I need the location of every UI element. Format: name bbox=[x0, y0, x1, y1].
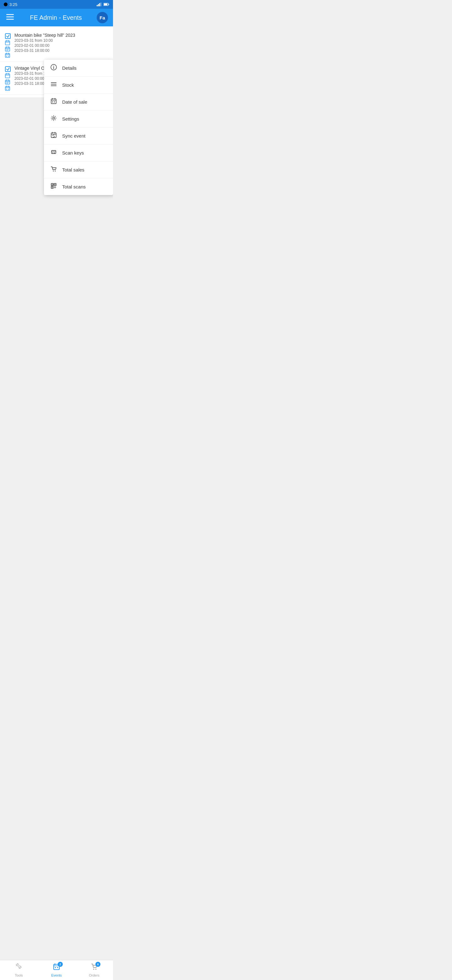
svg-point-25 bbox=[6, 56, 7, 57]
menu-item-total-sales[interactable]: Total sales bbox=[44, 161, 113, 178]
event-title-1: Mountain bike "Steep hill" 2023 bbox=[14, 33, 108, 38]
menu-item-scan-keys[interactable]: Scan keys bbox=[44, 145, 113, 161]
svg-rect-6 bbox=[104, 3, 107, 5]
svg-point-63 bbox=[52, 152, 53, 153]
menu-item-total-scans[interactable]: Total scans bbox=[44, 178, 113, 195]
menu-label-sync-event: Sync event bbox=[62, 133, 86, 138]
svg-rect-8 bbox=[6, 17, 14, 18]
status-dot bbox=[4, 3, 8, 6]
signal-icon bbox=[97, 3, 102, 6]
menu-label-details: Details bbox=[62, 65, 76, 71]
status-time: 3:25 bbox=[10, 2, 17, 7]
hamburger-icon[interactable] bbox=[5, 12, 15, 23]
svg-point-65 bbox=[55, 170, 56, 172]
svg-rect-70 bbox=[55, 184, 56, 185]
svg-rect-5 bbox=[109, 4, 109, 5]
svg-rect-0 bbox=[97, 5, 98, 6]
context-menu: Details Stock Date of sale bbox=[44, 60, 113, 195]
svg-rect-54 bbox=[52, 102, 53, 102]
svg-rect-71 bbox=[52, 187, 53, 188]
svg-rect-55 bbox=[54, 102, 55, 102]
event-arrow-icon-1 bbox=[5, 33, 11, 39]
event-cal-icon-2b bbox=[5, 86, 10, 91]
menu-label-settings: Settings bbox=[62, 116, 79, 122]
menu-label-total-sales: Total sales bbox=[62, 167, 84, 172]
scan-keys-icon bbox=[50, 149, 57, 157]
svg-rect-21 bbox=[5, 53, 10, 57]
svg-rect-10 bbox=[5, 33, 10, 39]
menu-item-stock[interactable]: Stock bbox=[44, 76, 113, 94]
svg-point-56 bbox=[53, 117, 55, 119]
svg-rect-28 bbox=[5, 74, 10, 78]
svg-rect-7 bbox=[6, 14, 14, 15]
event-date-1a: 2023-03-31 from 10:00 bbox=[14, 38, 108, 43]
total-scans-icon bbox=[50, 183, 57, 191]
avatar[interactable]: Fa bbox=[97, 12, 108, 23]
event-item-1[interactable]: Mountain bike "Steep hill" 2023 2023-03-… bbox=[0, 29, 113, 62]
event-cal-icon-1b bbox=[5, 53, 10, 58]
menu-label-total-scans: Total scans bbox=[62, 184, 86, 189]
event-list-icon-1 bbox=[5, 46, 10, 51]
svg-rect-3 bbox=[100, 3, 102, 6]
svg-point-43 bbox=[8, 89, 9, 90]
svg-rect-50 bbox=[51, 99, 56, 103]
event-cal-icon-2a bbox=[5, 73, 10, 78]
status-bar: 3:25 bbox=[0, 0, 113, 9]
menu-item-details[interactable]: Details bbox=[44, 60, 113, 76]
svg-rect-27 bbox=[5, 67, 10, 72]
total-sales-icon bbox=[50, 166, 57, 174]
menu-label-stock: Stock bbox=[62, 82, 74, 88]
settings-icon bbox=[50, 115, 57, 123]
svg-rect-1 bbox=[98, 4, 99, 6]
app-bar-title: FE Admin - Events bbox=[15, 14, 97, 21]
details-icon bbox=[50, 64, 57, 72]
svg-point-45 bbox=[53, 66, 54, 66]
status-right bbox=[97, 3, 109, 6]
menu-item-settings[interactable]: Settings bbox=[44, 111, 113, 127]
date-of-sale-icon bbox=[50, 98, 57, 106]
svg-rect-69 bbox=[52, 184, 53, 185]
battery-icon bbox=[103, 3, 109, 6]
event-details-1: Mountain bike "Steep hill" 2023 2023-03-… bbox=[14, 33, 108, 53]
event-icon-group-1 bbox=[5, 33, 11, 58]
svg-rect-11 bbox=[5, 41, 10, 45]
stock-icon bbox=[50, 81, 57, 89]
event-list-icon-2 bbox=[5, 80, 10, 84]
menu-item-date-of-sale[interactable]: Date of sale bbox=[44, 94, 113, 111]
event-arrow-icon-2 bbox=[5, 66, 11, 72]
svg-point-42 bbox=[6, 89, 7, 90]
svg-point-26 bbox=[8, 56, 9, 57]
event-date-1c: 2023-03-31 18:00:00 bbox=[14, 48, 108, 53]
event-icon-group-2 bbox=[5, 66, 11, 91]
status-left: 3:25 bbox=[4, 2, 17, 7]
svg-point-64 bbox=[53, 170, 54, 172]
sync-event-icon bbox=[50, 132, 57, 140]
svg-rect-61 bbox=[51, 150, 56, 154]
menu-item-sync-event[interactable]: Sync event bbox=[44, 127, 113, 145]
event-date-1b: 2023-02-01 00:00:00 bbox=[14, 43, 108, 48]
menu-label-date-of-sale: Date of sale bbox=[62, 99, 87, 105]
menu-label-scan-keys: Scan keys bbox=[62, 150, 84, 156]
svg-rect-38 bbox=[5, 86, 10, 91]
event-cal-icon-1a bbox=[5, 40, 10, 45]
svg-rect-9 bbox=[6, 19, 14, 20]
svg-rect-2 bbox=[99, 3, 100, 6]
app-bar: FE Admin - Events Fa bbox=[0, 9, 113, 26]
